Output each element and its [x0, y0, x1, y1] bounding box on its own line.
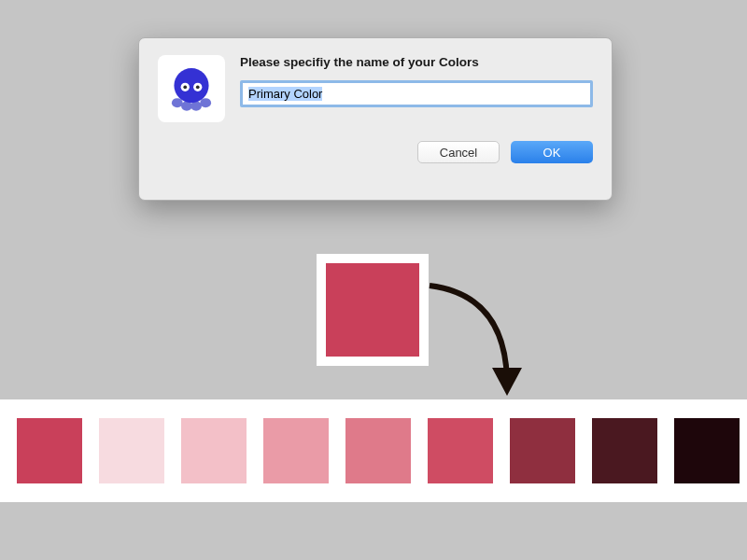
dialog-body: Please specifiy the name of your Colors — [158, 55, 593, 122]
svg-point-8 — [196, 85, 200, 89]
svg-point-3 — [200, 98, 211, 107]
name-colors-dialog: Please specifiy the name of your Colors … — [138, 37, 613, 201]
dialog-content: Please specifiy the name of your Colors — [240, 55, 593, 122]
palette-swatch-6[interactable] — [510, 418, 575, 483]
svg-point-7 — [183, 85, 187, 89]
ok-button[interactable]: OK — [511, 141, 593, 163]
input-wrapper — [240, 80, 593, 107]
arrow-icon — [416, 276, 537, 407]
palette-swatch-7[interactable] — [592, 418, 657, 483]
palette-strip — [0, 399, 747, 502]
source-color-swatch — [317, 254, 429, 366]
palette-swatch-0[interactable] — [17, 418, 82, 483]
color-name-input[interactable] — [243, 83, 590, 105]
source-color[interactable] — [326, 263, 419, 357]
octopus-icon — [158, 55, 225, 122]
palette-swatch-8[interactable] — [674, 418, 740, 483]
dialog-title: Please specifiy the name of your Colors — [240, 55, 593, 69]
svg-point-4 — [174, 68, 208, 103]
cancel-button[interactable]: Cancel — [417, 141, 500, 163]
palette-swatch-5[interactable] — [428, 418, 493, 483]
dialog-buttons: Cancel OK — [158, 141, 593, 163]
palette-swatch-2[interactable] — [181, 418, 247, 483]
palette-swatch-3[interactable] — [263, 418, 329, 483]
palette-swatch-1[interactable] — [99, 418, 164, 483]
palette-swatch-4[interactable] — [345, 418, 411, 483]
svg-point-0 — [172, 98, 183, 107]
